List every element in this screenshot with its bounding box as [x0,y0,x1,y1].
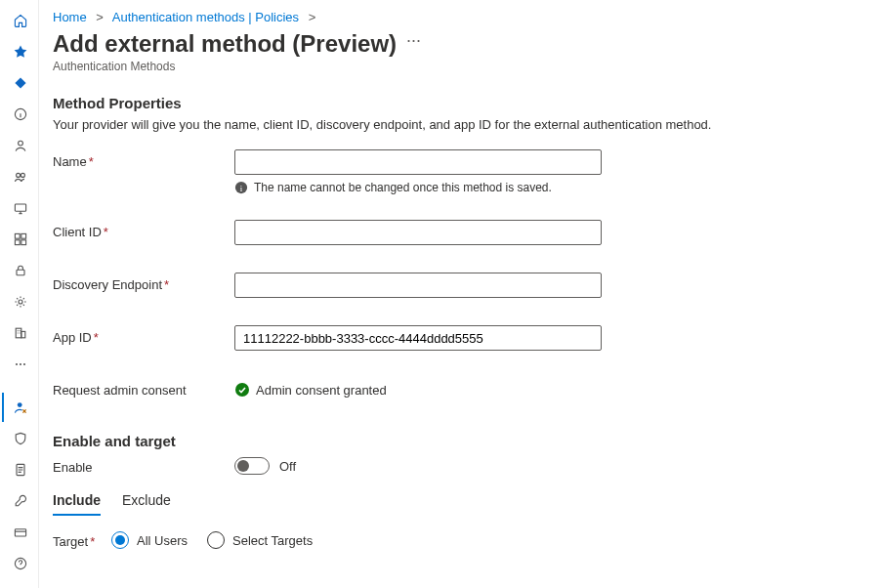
rail-favorites-icon[interactable] [2,37,37,66]
breadcrumb-home[interactable]: Home [53,10,87,24]
clientid-label: Client ID* [53,220,234,239]
svg-point-13 [15,363,17,365]
svg-point-16 [17,402,21,407]
svg-point-22 [235,383,249,397]
rail-doc-icon[interactable] [2,455,37,484]
appid-input[interactable] [234,325,602,351]
name-hint: The name cannot be changed once this met… [254,181,552,194]
rail-building-icon[interactable] [2,318,37,348]
page-subtitle: Authentication Methods [53,60,853,73]
rail-user-admin-icon[interactable] [2,393,37,422]
svg-point-10 [19,300,22,304]
name-label: Name* [53,149,234,169]
checkmark-circle-icon [234,382,250,398]
svg-rect-12 [21,331,24,337]
tab-include[interactable]: Include [53,492,101,516]
chevron-right-icon: > [96,10,104,24]
rail-gear-icon[interactable] [2,287,37,316]
page-title: Add external method (Preview) [53,30,397,58]
radio-icon [111,531,129,549]
svg-rect-6 [21,233,25,238]
rail-diamond-icon[interactable] [2,68,37,98]
rail-help-icon[interactable] [2,549,37,578]
rail-home-icon[interactable] [2,6,37,35]
svg-rect-8 [21,240,25,245]
breadcrumb-policies[interactable]: Authentication methods | Policies [112,10,299,24]
rail-user-icon[interactable] [2,131,37,160]
rail-shield-icon[interactable] [2,424,37,453]
svg-point-2 [16,173,20,177]
svg-rect-7 [15,240,20,245]
consent-label: Request admin consent [53,378,234,398]
radio-icon [207,531,225,549]
include-exclude-tabs: Include Exclude [53,492,853,516]
rail-info-icon[interactable] [2,100,37,129]
rail-device-icon[interactable] [2,193,37,223]
svg-rect-9 [17,270,24,275]
target-label: Target* [53,529,111,549]
svg-rect-4 [15,204,25,211]
enable-toggle[interactable] [234,457,270,475]
svg-point-14 [19,363,21,365]
svg-rect-5 [15,233,20,238]
svg-point-3 [21,173,24,177]
more-actions-button[interactable]: ··· [406,31,421,55]
rail-lock-icon[interactable] [2,256,37,285]
rail-apps-icon[interactable] [2,225,37,254]
tab-exclude[interactable]: Exclude [122,492,171,516]
rail-more-icon[interactable] [2,350,37,379]
enable-target-heading: Enable and target [53,433,853,449]
enable-label: Enable [53,455,234,475]
discovery-input[interactable] [234,273,602,298]
breadcrumb: Home > Authentication methods | Policies… [53,10,853,24]
appid-label: App ID* [53,325,234,345]
clientid-input[interactable] [234,220,602,245]
rail-group-icon[interactable] [2,162,37,191]
svg-rect-18 [15,529,25,536]
radio-all-users[interactable]: All Users [111,531,188,549]
rail-wrench-icon[interactable] [2,486,37,516]
chevron-right-icon: > [309,10,316,24]
rail-card-icon[interactable] [2,518,37,547]
consent-status: Admin consent granted [256,383,387,398]
enable-toggle-state: Off [279,459,296,474]
discovery-label: Discovery Endpoint* [53,273,234,292]
left-nav-rail [0,0,39,588]
method-properties-desc: Your provider will give you the name, cl… [53,117,853,132]
name-input[interactable] [234,149,602,175]
main-content: Home > Authentication methods | Policies… [39,0,880,588]
radio-select-targets[interactable]: Select Targets [207,531,313,549]
svg-point-1 [18,141,22,146]
svg-point-15 [22,363,24,365]
info-icon: i [234,181,248,194]
svg-rect-11 [16,328,21,338]
method-properties-heading: Method Properties [53,95,853,111]
